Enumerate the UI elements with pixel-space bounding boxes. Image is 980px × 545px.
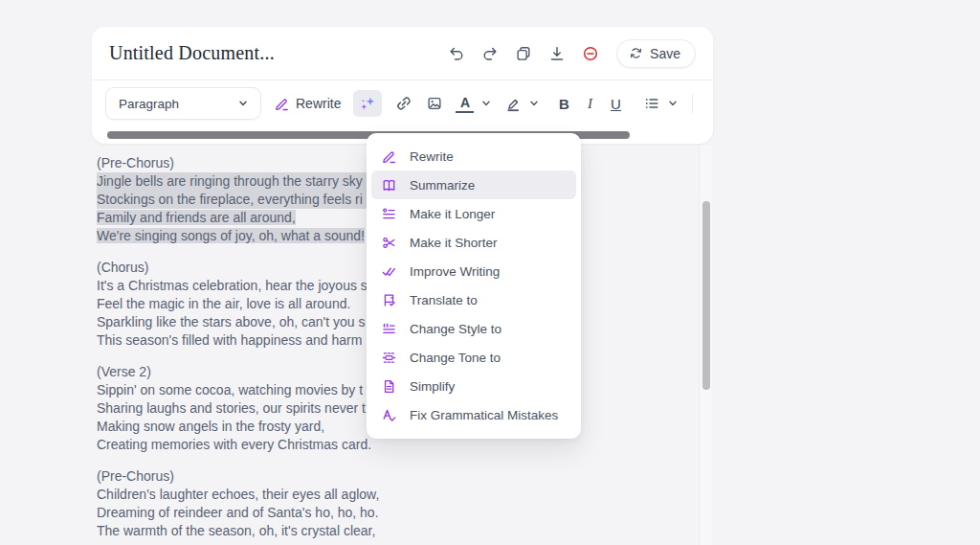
pen-icon [380, 148, 397, 165]
menu-item-label: Fix Grammatical Mistakes [410, 408, 558, 422]
document-icon [380, 377, 397, 395]
selected-text: Jingle bells are ringing through the sta… [97, 172, 368, 191]
double-check-icon [380, 262, 397, 280]
vertical-scrollbar-thumb[interactable] [702, 201, 710, 390]
ai-tools-menu: Rewrite Summarize Make it Longer Make it… [367, 133, 581, 439]
title-actions: Save [447, 39, 696, 68]
redo-arrow-icon [481, 45, 499, 62]
paragraph-style-label: Paragraph [119, 97, 179, 111]
grammar-check-icon [380, 406, 397, 423]
format-toolbar: Paragraph Rewrite A B I [92, 80, 713, 126]
document-line[interactable]: Children's laughter echoes, their eyes a… [97, 486, 700, 504]
chevron-down-icon [529, 99, 539, 108]
bold-button[interactable]: B [557, 96, 570, 112]
tone-icon [380, 349, 397, 366]
pen-icon [274, 96, 290, 112]
undo-button[interactable] [447, 44, 466, 63]
menu-item-label: Improve Writing [410, 264, 500, 279]
remove-button[interactable] [581, 44, 600, 63]
menu-item-label: Summarize [410, 178, 475, 193]
chevron-down-icon [668, 99, 678, 108]
chevron-down-icon [481, 99, 491, 108]
selected-text: We're singing songs of joy, oh, what a s… [97, 228, 365, 243]
copy-button[interactable] [514, 44, 533, 63]
rewrite-button-label: Rewrite [296, 96, 341, 111]
text-color-label: A [460, 95, 470, 110]
document-block: (Pre-Chorus)Children's laughter echoes, … [97, 467, 700, 540]
menu-item-label: Simplify [410, 379, 455, 394]
link-icon [395, 95, 412, 112]
ai-tools-button[interactable] [353, 90, 382, 117]
sync-icon [629, 46, 643, 60]
translate-flag-icon [380, 291, 397, 308]
menu-item-fix-grammatical-mistakes[interactable]: Fix Grammatical Mistakes [371, 400, 576, 429]
italic-button[interactable]: I [583, 96, 596, 112]
menu-item-change-tone-to[interactable]: Change Tone to [371, 343, 576, 372]
underline-button[interactable]: U [609, 96, 622, 112]
menu-item-make-it-shorter[interactable]: Make it Shorter [371, 228, 576, 257]
bullet-list-icon [643, 95, 660, 112]
highlighter-icon [504, 95, 522, 112]
quote-style-icon [380, 320, 397, 337]
highlight-chevron[interactable] [529, 99, 539, 108]
document-line[interactable]: (Pre-Chorus) [97, 467, 700, 486]
highlight-button[interactable] [503, 95, 522, 113]
insert-image-button[interactable] [425, 95, 443, 113]
menu-item-improve-writing[interactable]: Improve Writing [371, 257, 576, 285]
menu-item-label: Change Style to [410, 322, 501, 336]
minus-circle-icon [582, 45, 599, 62]
menu-item-label: Change Tone to [410, 351, 501, 365]
selected-text: Stockings on the fireplace, everything f… [97, 191, 368, 209]
download-icon [548, 45, 566, 62]
list-chevron[interactable] [668, 99, 678, 108]
document-title[interactable]: Untitled Document... [109, 42, 275, 64]
document-line[interactable]: Dreaming of reindeer and of Santa's ho, … [97, 504, 700, 522]
book-icon [380, 176, 397, 193]
menu-item-simplify[interactable]: Simplify [371, 372, 576, 400]
bullet-list-button[interactable] [642, 95, 660, 113]
toolbar-divider [692, 94, 693, 113]
menu-item-label: Make it Shorter [410, 236, 498, 250]
save-button[interactable]: Save [616, 39, 696, 68]
menu-item-summarize[interactable]: Summarize [371, 170, 576, 199]
image-icon [426, 95, 443, 112]
redo-button[interactable] [480, 44, 500, 63]
menu-item-label: Translate to [410, 293, 478, 307]
document-line[interactable]: The warmth of the season, oh, it's cryst… [97, 522, 700, 540]
menu-item-make-it-longer[interactable]: Make it Longer [371, 199, 576, 228]
expand-text-icon [380, 205, 397, 222]
paragraph-style-select[interactable]: Paragraph [105, 87, 261, 120]
menu-item-translate-to[interactable]: Translate to [371, 285, 576, 314]
undo-arrow-icon [448, 45, 465, 62]
scissors-icon [380, 234, 397, 251]
selected-text: Family and friends are all around, [97, 210, 296, 225]
chevron-down-icon [238, 99, 248, 108]
editor-card: Untitled Document... Save [92, 27, 713, 144]
title-bar: Untitled Document... Save [92, 27, 713, 79]
rewrite-button[interactable]: Rewrite [274, 96, 341, 112]
menu-item-change-style-to[interactable]: Change Style to [371, 314, 576, 343]
download-button[interactable] [547, 44, 567, 63]
insert-link-button[interactable] [394, 95, 412, 113]
copy-icon [515, 45, 532, 62]
menu-item-label: Make it Longer [410, 207, 495, 221]
text-color-chevron[interactable] [481, 99, 491, 108]
save-button-label: Save [650, 46, 680, 61]
menu-item-rewrite[interactable]: Rewrite [371, 142, 576, 170]
text-color-button[interactable]: A [456, 94, 474, 113]
sparkles-icon [359, 95, 377, 113]
menu-item-label: Rewrite [410, 149, 454, 164]
